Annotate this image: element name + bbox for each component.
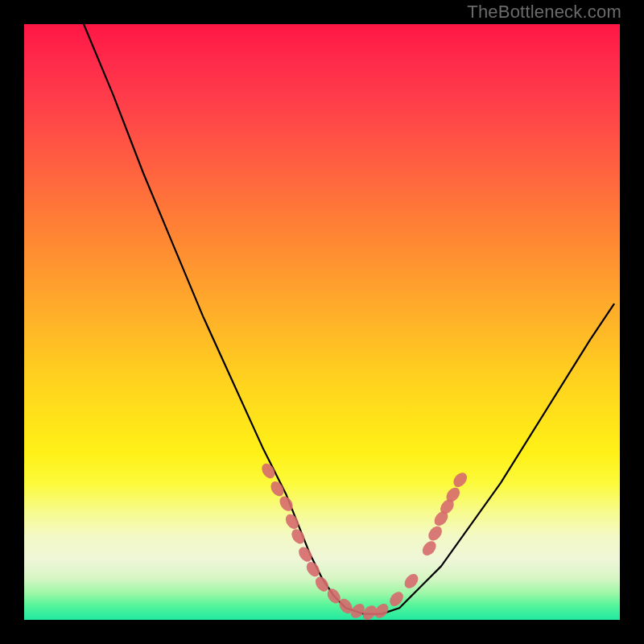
plot-area bbox=[24, 24, 620, 620]
series-curve bbox=[84, 24, 614, 614]
marker-layer bbox=[259, 461, 470, 622]
markers-right-cluster bbox=[387, 470, 470, 609]
chart-frame: TheBottleneck.com bbox=[0, 0, 644, 644]
marker-dot bbox=[303, 559, 322, 579]
chart-svg bbox=[24, 24, 620, 620]
markers-left-cluster bbox=[259, 461, 391, 622]
marker-dot bbox=[419, 539, 439, 558]
watermark-text: TheBottleneck.com bbox=[467, 2, 621, 23]
series-layer bbox=[84, 24, 614, 614]
marker-dot bbox=[283, 512, 302, 531]
marker-dot bbox=[289, 526, 308, 546]
marker-dot bbox=[402, 572, 421, 591]
marker-dot bbox=[387, 589, 407, 609]
marker-dot bbox=[296, 544, 315, 564]
marker-dot bbox=[451, 470, 470, 489]
marker-dot bbox=[426, 524, 445, 543]
